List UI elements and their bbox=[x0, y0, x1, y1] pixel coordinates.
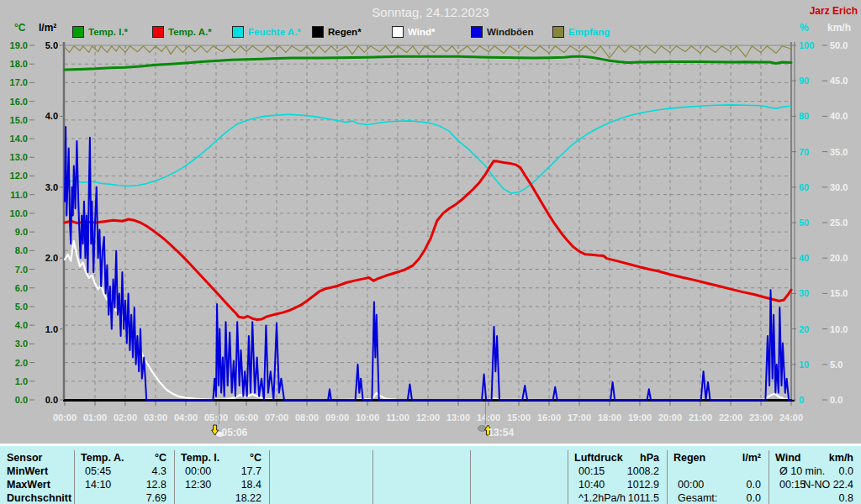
svg-text:0: 0 bbox=[799, 395, 804, 405]
svg-text:19.0: 19.0 bbox=[10, 40, 28, 50]
table-value-time: Ø 10 min. bbox=[779, 465, 825, 477]
table-column-unit: °C bbox=[155, 452, 166, 464]
svg-text:5.0: 5.0 bbox=[830, 360, 843, 370]
table-column-unit: l/m² bbox=[742, 452, 761, 464]
axis-spines bbox=[64, 42, 795, 406]
svg-text:1.0: 1.0 bbox=[45, 324, 58, 334]
svg-text:20:00: 20:00 bbox=[658, 412, 682, 423]
weather-day-chart[interactable]: 0.01.02.03.04.05.06.07.08.09.010.011.012… bbox=[0, 0, 861, 444]
column-divider bbox=[269, 450, 270, 504]
column-divider bbox=[372, 450, 373, 504]
column-divider bbox=[667, 450, 668, 504]
table-value-time: 05:45 bbox=[85, 465, 111, 477]
svg-text:05:00: 05:00 bbox=[204, 412, 228, 423]
svg-text:12:00: 12:00 bbox=[416, 412, 440, 423]
table-column-unit: °C bbox=[250, 452, 261, 464]
x-axis-labels: 00:0001:0002:0003:0004:0005:0006:0007:00… bbox=[53, 412, 803, 423]
svg-text:8.0: 8.0 bbox=[15, 245, 28, 255]
svg-text:70: 70 bbox=[799, 147, 809, 157]
table-value-time: 00:15 bbox=[779, 479, 806, 491]
svg-text:18:00: 18:00 bbox=[598, 412, 621, 423]
rain-axis-labels: 0.01.02.03.04.05.0 bbox=[45, 40, 65, 405]
svg-text:17:00: 17:00 bbox=[568, 412, 591, 423]
svg-text:13:00: 13:00 bbox=[446, 412, 470, 423]
svg-text:11.0: 11.0 bbox=[10, 190, 28, 200]
table-value: 0.8 bbox=[839, 492, 853, 504]
svg-text:15.0: 15.0 bbox=[10, 115, 28, 125]
table-value: 4.3 bbox=[152, 465, 166, 477]
table-column-unit: km/h bbox=[829, 452, 853, 464]
table-value-time: Gesamt: bbox=[678, 492, 717, 504]
svg-text:50: 50 bbox=[799, 218, 809, 228]
wind-axis-labels: 0.05.010.015.020.025.030.035.040.045.050… bbox=[822, 40, 848, 405]
svg-text:2.0: 2.0 bbox=[45, 253, 58, 263]
svg-text:0.0: 0.0 bbox=[15, 395, 28, 405]
svg-text:14:00: 14:00 bbox=[477, 412, 500, 423]
table-value: 1011.5 bbox=[628, 492, 659, 504]
svg-text:40: 40 bbox=[799, 253, 809, 263]
svg-text:14.0: 14.0 bbox=[10, 134, 28, 144]
svg-text:5.0: 5.0 bbox=[45, 40, 58, 50]
table-value: 17.7 bbox=[241, 465, 261, 477]
svg-text:19:00: 19:00 bbox=[628, 412, 652, 423]
svg-text:06:00: 06:00 bbox=[235, 412, 258, 423]
svg-text:60: 60 bbox=[799, 182, 809, 192]
table-value: 1012.9 bbox=[627, 479, 659, 491]
svg-text:40.0: 40.0 bbox=[830, 111, 848, 121]
svg-text:20.0: 20.0 bbox=[830, 253, 848, 263]
svg-text:0.0: 0.0 bbox=[830, 395, 843, 405]
svg-text:4.0: 4.0 bbox=[15, 320, 28, 330]
table-row-label: MaxWert bbox=[7, 479, 50, 491]
column-divider bbox=[74, 450, 75, 504]
svg-text:5.0: 5.0 bbox=[15, 302, 28, 312]
table-row-label: Sensor bbox=[7, 452, 42, 464]
svg-text:7.0: 7.0 bbox=[15, 265, 28, 275]
svg-text:0.0: 0.0 bbox=[45, 395, 58, 405]
svg-text:02:00: 02:00 bbox=[114, 412, 137, 423]
svg-text:15:00: 15:00 bbox=[507, 412, 531, 423]
svg-text:3.0: 3.0 bbox=[45, 182, 58, 192]
table-value: 0.0 bbox=[747, 479, 761, 491]
svg-text:16:00: 16:00 bbox=[537, 412, 561, 423]
svg-text:1.0: 1.0 bbox=[15, 376, 28, 386]
table-value-time: 10:40 bbox=[578, 479, 605, 491]
column-divider bbox=[769, 450, 769, 504]
svg-text:17.0: 17.0 bbox=[10, 77, 28, 87]
svg-text:09:00: 09:00 bbox=[325, 412, 349, 423]
table-value: 1008.2 bbox=[627, 465, 659, 477]
svg-text:10:00: 10:00 bbox=[356, 412, 379, 423]
svg-text:2.0: 2.0 bbox=[15, 358, 28, 368]
table-value: N-NO 22.4 bbox=[803, 479, 853, 491]
svg-text:04:00: 04:00 bbox=[174, 412, 198, 423]
svg-text:22:00: 22:00 bbox=[719, 412, 742, 423]
marker-time-label: 13:54 bbox=[488, 427, 514, 438]
table-value-time: 14:10 bbox=[85, 479, 111, 491]
svg-text:03:00: 03:00 bbox=[144, 412, 167, 423]
table-value: 12.8 bbox=[146, 479, 166, 491]
svg-text:10.0: 10.0 bbox=[10, 208, 28, 218]
table-column-name: Wind bbox=[775, 452, 800, 464]
svg-text:13.0: 13.0 bbox=[10, 152, 28, 162]
svg-text:35.0: 35.0 bbox=[830, 147, 848, 157]
svg-text:4.0: 4.0 bbox=[45, 111, 58, 121]
column-divider bbox=[470, 450, 471, 504]
svg-text:30: 30 bbox=[799, 288, 809, 298]
table-value: 18.22 bbox=[235, 492, 261, 504]
table-value-time: 12:30 bbox=[185, 479, 211, 491]
svg-text:01:00: 01:00 bbox=[83, 412, 107, 423]
svg-text:07:00: 07:00 bbox=[265, 412, 288, 423]
svg-text:08:00: 08:00 bbox=[295, 412, 319, 423]
table-value-time: 00:00 bbox=[185, 465, 211, 477]
table-value: 0.0 bbox=[747, 492, 761, 504]
svg-text:21:00: 21:00 bbox=[689, 412, 712, 423]
svg-text:90: 90 bbox=[799, 76, 809, 86]
table-column-name: Temp. I. bbox=[181, 452, 219, 464]
table-value-time: ^1.2hPa/h bbox=[578, 492, 626, 504]
svg-text:100: 100 bbox=[799, 40, 814, 50]
svg-text:12.0: 12.0 bbox=[10, 171, 28, 181]
svg-text:45.0: 45.0 bbox=[830, 76, 848, 86]
table-column-name: Luftdruck bbox=[574, 452, 623, 464]
table-value: 7.69 bbox=[146, 492, 166, 504]
table-value: 18.4 bbox=[241, 479, 261, 491]
svg-text:18.0: 18.0 bbox=[10, 59, 28, 69]
